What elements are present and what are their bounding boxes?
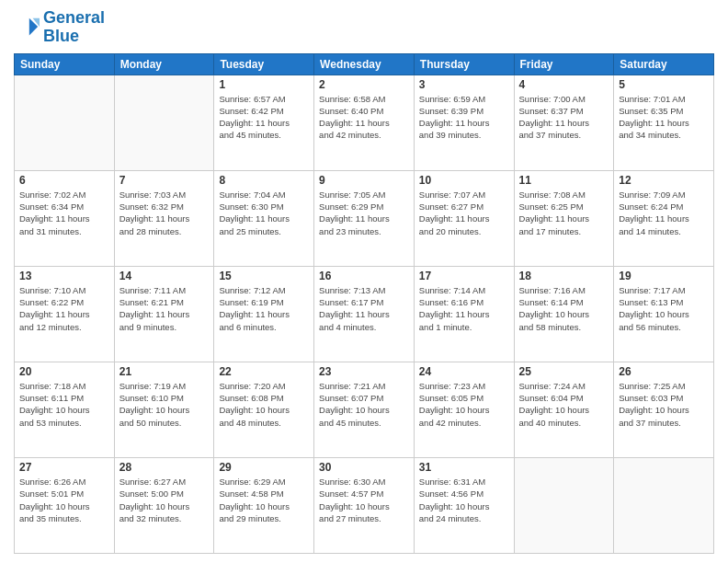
day-number: 21	[119, 365, 210, 378]
calendar-cell: 12Sunrise: 7:09 AM Sunset: 6:24 PM Dayli…	[614, 170, 714, 266]
calendar-cell: 29Sunrise: 6:29 AM Sunset: 4:58 PM Dayli…	[214, 457, 314, 553]
day-info: Sunrise: 7:24 AM Sunset: 6:04 PM Dayligh…	[519, 380, 609, 429]
day-info: Sunrise: 7:10 AM Sunset: 6:22 PM Dayligh…	[19, 284, 109, 333]
calendar-week-row: 13Sunrise: 7:10 AM Sunset: 6:22 PM Dayli…	[15, 266, 714, 362]
day-number: 9	[319, 174, 409, 187]
page: General Blue SundayMondayTuesdayWednesda…	[0, 0, 728, 563]
day-info: Sunrise: 7:25 AM Sunset: 6:03 PM Dayligh…	[619, 380, 709, 429]
day-info: Sunrise: 7:01 AM Sunset: 6:35 PM Dayligh…	[619, 93, 709, 142]
calendar-cell: 27Sunrise: 6:26 AM Sunset: 5:01 PM Dayli…	[15, 457, 115, 553]
calendar-cell: 25Sunrise: 7:24 AM Sunset: 6:04 PM Dayli…	[514, 362, 614, 457]
calendar-cell: 16Sunrise: 7:13 AM Sunset: 6:17 PM Dayli…	[314, 266, 415, 362]
calendar-cell	[614, 457, 714, 553]
day-info: Sunrise: 7:16 AM Sunset: 6:14 PM Dayligh…	[519, 284, 609, 333]
day-number: 28	[119, 461, 210, 474]
weekday-header-cell: Wednesday	[314, 53, 415, 75]
calendar-week-row: 27Sunrise: 6:26 AM Sunset: 5:01 PM Dayli…	[15, 457, 714, 553]
calendar-cell: 5Sunrise: 7:01 AM Sunset: 6:35 PM Daylig…	[614, 75, 714, 170]
day-number: 29	[219, 461, 309, 474]
weekday-header-cell: Tuesday	[214, 53, 314, 75]
day-number: 19	[619, 270, 709, 282]
day-number: 30	[319, 461, 409, 474]
day-number: 16	[319, 270, 409, 282]
calendar-table: SundayMondayTuesdayWednesdayThursdayFrid…	[14, 53, 714, 554]
day-number: 23	[319, 365, 409, 378]
day-info: Sunrise: 7:12 AM Sunset: 6:19 PM Dayligh…	[219, 284, 309, 333]
day-number: 26	[619, 365, 709, 378]
calendar-cell	[15, 75, 115, 170]
day-number: 14	[119, 270, 210, 282]
day-info: Sunrise: 6:59 AM Sunset: 6:39 PM Dayligh…	[419, 93, 509, 142]
day-info: Sunrise: 7:18 AM Sunset: 6:11 PM Dayligh…	[19, 380, 109, 429]
calendar-cell: 3Sunrise: 6:59 AM Sunset: 6:39 PM Daylig…	[414, 75, 514, 170]
day-number: 27	[19, 461, 109, 474]
logo-icon	[14, 15, 40, 40]
day-number: 4	[519, 78, 609, 91]
weekday-header-cell: Saturday	[614, 53, 714, 75]
calendar-cell: 23Sunrise: 7:21 AM Sunset: 6:07 PM Dayli…	[314, 362, 415, 457]
day-number: 5	[619, 78, 709, 91]
day-number: 7	[119, 174, 210, 187]
day-number: 31	[419, 461, 509, 474]
calendar-cell: 28Sunrise: 6:27 AM Sunset: 5:00 PM Dayli…	[114, 457, 214, 553]
calendar-cell	[514, 457, 614, 553]
calendar-cell: 11Sunrise: 7:08 AM Sunset: 6:25 PM Dayli…	[514, 170, 614, 266]
calendar-cell: 6Sunrise: 7:02 AM Sunset: 6:34 PM Daylig…	[15, 170, 115, 266]
calendar-cell: 19Sunrise: 7:17 AM Sunset: 6:13 PM Dayli…	[614, 266, 714, 362]
day-info: Sunrise: 7:21 AM Sunset: 6:07 PM Dayligh…	[319, 380, 409, 429]
day-info: Sunrise: 7:11 AM Sunset: 6:21 PM Dayligh…	[119, 284, 210, 333]
calendar-cell: 22Sunrise: 7:20 AM Sunset: 6:08 PM Dayli…	[214, 362, 314, 457]
day-info: Sunrise: 6:31 AM Sunset: 4:56 PM Dayligh…	[419, 476, 509, 524]
calendar-cell: 7Sunrise: 7:03 AM Sunset: 6:32 PM Daylig…	[114, 170, 214, 266]
day-number: 17	[419, 270, 509, 282]
day-info: Sunrise: 7:14 AM Sunset: 6:16 PM Dayligh…	[419, 284, 509, 333]
weekday-header-row: SundayMondayTuesdayWednesdayThursdayFrid…	[15, 53, 714, 75]
day-number: 3	[419, 78, 509, 91]
day-number: 8	[219, 174, 309, 187]
day-number: 13	[19, 270, 109, 282]
calendar-cell: 1Sunrise: 6:57 AM Sunset: 6:42 PM Daylig…	[214, 75, 314, 170]
calendar-cell: 24Sunrise: 7:23 AM Sunset: 6:05 PM Dayli…	[414, 362, 514, 457]
day-info: Sunrise: 7:07 AM Sunset: 6:27 PM Dayligh…	[419, 189, 509, 237]
calendar-cell: 18Sunrise: 7:16 AM Sunset: 6:14 PM Dayli…	[514, 266, 614, 362]
day-info: Sunrise: 7:08 AM Sunset: 6:25 PM Dayligh…	[519, 189, 609, 237]
weekday-header-cell: Friday	[514, 53, 614, 75]
day-number: 2	[319, 78, 409, 91]
day-number: 6	[19, 174, 109, 187]
day-info: Sunrise: 7:13 AM Sunset: 6:17 PM Dayligh…	[319, 284, 409, 333]
day-info: Sunrise: 7:03 AM Sunset: 6:32 PM Dayligh…	[119, 189, 210, 237]
calendar-cell: 10Sunrise: 7:07 AM Sunset: 6:27 PM Dayli…	[414, 170, 514, 266]
day-number: 18	[519, 270, 609, 282]
day-info: Sunrise: 6:26 AM Sunset: 5:01 PM Dayligh…	[19, 476, 109, 524]
day-info: Sunrise: 7:05 AM Sunset: 6:29 PM Dayligh…	[319, 189, 409, 237]
day-info: Sunrise: 6:58 AM Sunset: 6:40 PM Dayligh…	[319, 93, 409, 142]
calendar-cell: 4Sunrise: 7:00 AM Sunset: 6:37 PM Daylig…	[514, 75, 614, 170]
day-number: 22	[219, 365, 309, 378]
weekday-header-cell: Thursday	[414, 53, 514, 75]
calendar-week-row: 6Sunrise: 7:02 AM Sunset: 6:34 PM Daylig…	[15, 170, 714, 266]
day-info: Sunrise: 6:30 AM Sunset: 4:57 PM Dayligh…	[319, 476, 409, 524]
day-number: 24	[419, 365, 509, 378]
calendar-cell: 17Sunrise: 7:14 AM Sunset: 6:16 PM Dayli…	[414, 266, 514, 362]
day-info: Sunrise: 6:57 AM Sunset: 6:42 PM Dayligh…	[219, 93, 309, 142]
day-info: Sunrise: 6:27 AM Sunset: 5:00 PM Dayligh…	[119, 476, 210, 524]
day-info: Sunrise: 7:20 AM Sunset: 6:08 PM Dayligh…	[219, 380, 309, 429]
day-number: 15	[219, 270, 309, 282]
day-info: Sunrise: 7:17 AM Sunset: 6:13 PM Dayligh…	[619, 284, 709, 333]
day-number: 10	[419, 174, 509, 187]
calendar-week-row: 20Sunrise: 7:18 AM Sunset: 6:11 PM Dayli…	[15, 362, 714, 457]
calendar-week-row: 1Sunrise: 6:57 AM Sunset: 6:42 PM Daylig…	[15, 75, 714, 170]
day-number: 20	[19, 365, 109, 378]
header: General Blue	[14, 9, 714, 46]
weekday-header-cell: Sunday	[15, 53, 115, 75]
weekday-header-cell: Monday	[114, 53, 214, 75]
day-number: 12	[619, 174, 709, 187]
calendar-cell: 15Sunrise: 7:12 AM Sunset: 6:19 PM Dayli…	[214, 266, 314, 362]
calendar-cell: 2Sunrise: 6:58 AM Sunset: 6:40 PM Daylig…	[314, 75, 415, 170]
day-info: Sunrise: 7:02 AM Sunset: 6:34 PM Dayligh…	[19, 189, 109, 237]
day-number: 1	[219, 78, 309, 91]
calendar-cell: 21Sunrise: 7:19 AM Sunset: 6:10 PM Dayli…	[114, 362, 214, 457]
calendar-cell: 8Sunrise: 7:04 AM Sunset: 6:30 PM Daylig…	[214, 170, 314, 266]
calendar-cell	[114, 75, 214, 170]
day-info: Sunrise: 7:19 AM Sunset: 6:10 PM Dayligh…	[119, 380, 210, 429]
